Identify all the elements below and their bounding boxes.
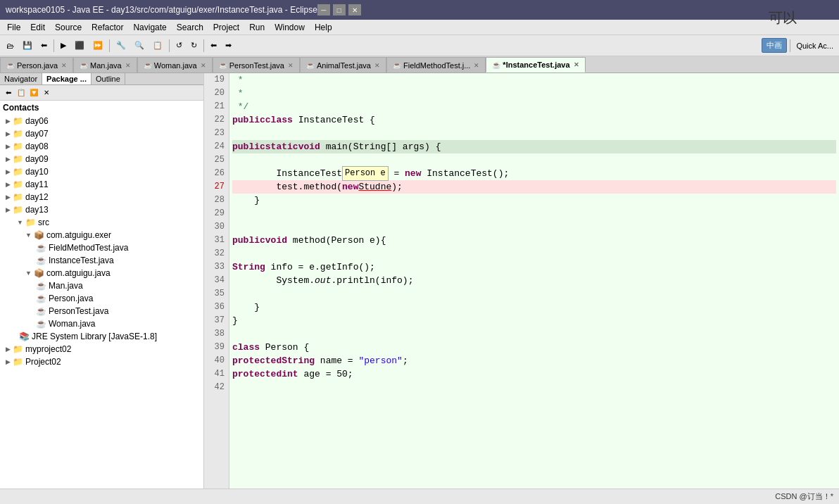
menu-item-help[interactable]: Help xyxy=(310,21,336,34)
tab-person-java[interactable]: ☕Person.java✕ xyxy=(0,57,73,73)
toolbar-btn-2[interactable]: 💾 xyxy=(19,38,36,53)
toolbar-btn-7[interactable]: 🔧 xyxy=(113,38,130,53)
toolbar-btn-12[interactable]: ⬅ xyxy=(207,38,220,53)
code-line-19: * xyxy=(232,73,836,87)
tab-fieldmethodtest-j---[interactable]: ☕FieldMethodTest.j...✕ xyxy=(386,57,486,73)
toolbar-btn-9[interactable]: 📋 xyxy=(149,38,166,53)
code-line-21: */ xyxy=(232,100,836,113)
tab-persontest-java[interactable]: ☕PersonTest.java✕ xyxy=(213,57,300,73)
sidebar-item-day12[interactable]: ▶📁day12 xyxy=(0,191,203,203)
sidebar-item-com-atguigu-exer[interactable]: ▼📦com.atguigu.exer xyxy=(0,229,203,241)
tree-arrow-icon: ▼ xyxy=(25,232,32,239)
sidebar-toolbar-btn-3[interactable]: 🔽 xyxy=(28,87,39,99)
sidebar-item-src[interactable]: ▼📁src xyxy=(0,216,203,229)
toolbar-btn-4[interactable]: ▶ xyxy=(57,38,70,53)
sidebar-toolbar-btn-2[interactable]: 📋 xyxy=(15,87,27,99)
code-line-40: protected String name = "person"; xyxy=(232,354,836,367)
tab-close-icon[interactable]: ✕ xyxy=(288,62,294,69)
menu-item-refactor[interactable]: Refactor xyxy=(87,21,127,34)
sidebar-item-man-java[interactable]: ☕Man.java xyxy=(0,279,203,292)
menu-item-project[interactable]: Project xyxy=(209,21,244,34)
tab--instancetest-java[interactable]: ☕*InstanceTest.java✕ xyxy=(486,57,585,73)
sidebar-toolbar-btn-1[interactable]: ⬅ xyxy=(3,87,14,99)
sidebar-item-persontest-java[interactable]: ☕PersonTest.java xyxy=(0,305,203,317)
sidebar-tab-navigator[interactable]: Navigator xyxy=(0,73,42,84)
sidebar-item-myproject02[interactable]: ▶📁myproject02 xyxy=(0,343,203,355)
sidebar-item-day07[interactable]: ▶📁day07 xyxy=(0,127,203,140)
tab-close-icon[interactable]: ✕ xyxy=(374,62,380,69)
tree-arrow-icon: ▼ xyxy=(25,270,32,277)
sidebar-tab-outline[interactable]: Outline xyxy=(92,73,125,84)
tab-close-icon[interactable]: ✕ xyxy=(61,62,67,69)
sidebar-item-instancetest-java[interactable]: ☕InstanceTest.java xyxy=(0,254,203,267)
toolbar-btn-3[interactable]: ⬅ xyxy=(37,38,51,53)
toolbar-btn-11[interactable]: ↻ xyxy=(187,38,201,53)
toolbar-btn-5[interactable]: ⬛ xyxy=(71,38,88,53)
minimize-button[interactable]: ─ xyxy=(317,4,330,15)
toolbar-btn-10[interactable]: ↺ xyxy=(172,38,186,53)
toolbar-btn-13[interactable]: ➡ xyxy=(222,38,235,53)
code-editor[interactable]: 1920212223242526272829303132333435363738… xyxy=(204,73,839,489)
sidebar-item-day11[interactable]: ▶📁day11 xyxy=(0,178,203,191)
menu-item-edit[interactable]: Edit xyxy=(26,21,49,34)
sidebar-item-jre-system-library--javase-1-8-[interactable]: 📚JRE System Library [JavaSE-1.8] xyxy=(0,330,203,343)
sidebar-item-day10[interactable]: ▶📁day10 xyxy=(0,165,203,178)
code-line-23 xyxy=(232,127,836,140)
sidebar-item-day08[interactable]: ▶📁day08 xyxy=(0,140,203,153)
sidebar-item-day06[interactable]: ▶📁day06 xyxy=(0,115,203,127)
line-number-25: 25 xyxy=(208,153,225,167)
line-number-39: 39 xyxy=(208,341,225,354)
sidebar-item-person-java[interactable]: ☕Person.java xyxy=(0,292,203,305)
sidebar: NavigatorPackage ...Outline ⬅ 📋 🔽 ✕ Cont… xyxy=(0,73,204,489)
title-controls: ─ □ ✕ xyxy=(317,4,361,15)
quick-access-label: Quick Ac... xyxy=(793,42,836,50)
keyword: public xyxy=(232,140,265,153)
line-number-22: 22 xyxy=(208,113,225,127)
line-number-26: 26 xyxy=(208,167,225,180)
tab-animaltest-java[interactable]: ☕AnimalTest.java✕ xyxy=(300,57,386,73)
code-line-33: String info = e.getInfo(); xyxy=(232,260,836,274)
line-number-28: 28 xyxy=(208,194,225,207)
sidebar-item-fieldmethodtest-java[interactable]: ☕FieldMethodTest.java xyxy=(0,241,203,254)
title-text: workspace0105 - Java EE - day13/src/com/… xyxy=(6,5,317,15)
sidebar-item-com-atguigu-java[interactable]: ▼📦com.atguigu.java xyxy=(0,267,203,279)
watermark: 可以 xyxy=(769,8,797,27)
sidebar-item-day13[interactable]: ▶📁day13 xyxy=(0,203,203,216)
special-toolbar-button[interactable]: 中画 xyxy=(762,38,787,53)
line-number-33: 33 xyxy=(208,260,225,274)
toolbar-btn-6[interactable]: ⏩ xyxy=(89,38,106,53)
tab-close-icon[interactable]: ✕ xyxy=(574,61,579,68)
menu-item-search[interactable]: Search xyxy=(172,21,208,34)
tree-item-label: day11 xyxy=(25,179,49,189)
tab-icon: ☕ xyxy=(306,61,315,69)
sidebar-item-project02[interactable]: ▶📁Project02 xyxy=(0,355,203,368)
tab-label: AnimalTest.java xyxy=(317,61,371,70)
close-button[interactable]: ✕ xyxy=(348,4,361,15)
line-number-41: 41 xyxy=(208,367,225,381)
menu-item-navigate[interactable]: Navigate xyxy=(129,21,170,34)
tab-close-icon[interactable]: ✕ xyxy=(125,62,131,69)
sidebar-item-woman-java[interactable]: ☕Woman.java xyxy=(0,317,203,330)
toolbar-btn-8[interactable]: 🔍 xyxy=(131,38,148,53)
tree-item-label: PersonTest.java xyxy=(49,306,108,316)
menu-bar: FileEditSourceRefactorNavigateSearchProj… xyxy=(0,20,839,35)
sidebar-toolbar-btn-4[interactable]: ✕ xyxy=(41,87,52,99)
menu-item-run[interactable]: Run xyxy=(245,21,269,34)
menu-item-window[interactable]: Window xyxy=(270,21,309,34)
sidebar-tab-package----[interactable]: Package ... xyxy=(42,73,92,84)
sidebar-item-day09[interactable]: ▶📁day09 xyxy=(0,153,203,165)
menu-item-source[interactable]: Source xyxy=(51,21,86,34)
tab-woman-java[interactable]: ☕Woman.java✕ xyxy=(137,57,213,73)
child-icon: ☕ xyxy=(36,319,46,329)
toolbar-separator-5 xyxy=(790,39,790,52)
tab-close-icon[interactable]: ✕ xyxy=(474,62,479,69)
menu-item-file[interactable]: File xyxy=(3,21,25,34)
tab-close-icon[interactable]: ✕ xyxy=(201,62,206,69)
tab-man-java[interactable]: ☕Man.java✕ xyxy=(73,57,137,73)
tree-item-label: day08 xyxy=(25,141,49,151)
keyword: String xyxy=(232,260,265,274)
child-icon: 📦 xyxy=(34,268,44,278)
maximize-button[interactable]: □ xyxy=(333,4,346,15)
toolbar-btn-1[interactable]: 🗁 xyxy=(3,38,18,53)
tab-icon: ☕ xyxy=(492,61,500,69)
